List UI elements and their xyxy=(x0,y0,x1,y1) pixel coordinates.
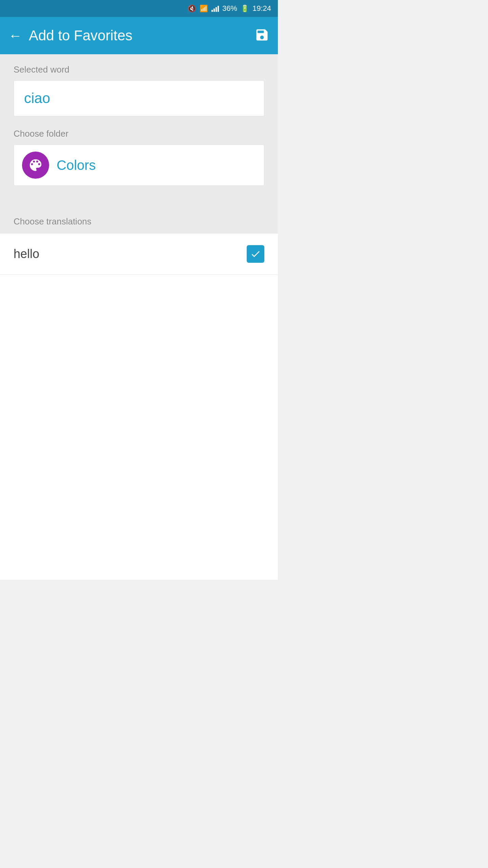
choose-translations-label: Choose translations xyxy=(14,216,92,226)
back-button[interactable]: ← xyxy=(8,29,22,42)
battery-level: 36% xyxy=(222,4,237,13)
wifi-icon: 📶 xyxy=(200,4,208,13)
empty-space xyxy=(0,275,278,580)
clock: 19:24 xyxy=(252,4,271,13)
status-bar: 🔇 📶 36% 🔋 19:24 xyxy=(0,0,278,17)
translations-header: Choose translations xyxy=(0,208,278,234)
page-title: Add to Favorites xyxy=(29,27,133,44)
app-bar: ← Add to Favorites xyxy=(0,17,278,54)
selected-word-value: ciao xyxy=(24,90,50,106)
translation-checkbox[interactable] xyxy=(247,245,264,263)
selected-word-field: ciao xyxy=(14,80,264,116)
choose-folder-label: Choose folder xyxy=(14,129,264,139)
save-icon xyxy=(255,27,269,42)
folder-selector[interactable]: Colors xyxy=(14,144,264,186)
translations-list: hello xyxy=(0,234,278,275)
battery-icon: 🔋 xyxy=(241,4,249,13)
mute-icon: 🔇 xyxy=(188,4,196,13)
form-content: Selected word ciao Choose folder Colors xyxy=(0,54,278,208)
translation-word: hello xyxy=(14,247,39,261)
folder-name: Colors xyxy=(57,158,96,173)
signal-icon xyxy=(211,5,219,12)
checkmark-icon xyxy=(250,249,261,259)
save-button[interactable] xyxy=(255,27,269,44)
translation-item[interactable]: hello xyxy=(0,234,278,275)
folder-icon-circle xyxy=(22,152,49,179)
app-bar-left: ← Add to Favorites xyxy=(8,27,133,44)
palette-icon xyxy=(28,157,43,173)
status-icons: 🔇 📶 36% 🔋 19:24 xyxy=(188,4,271,13)
selected-word-label: Selected word xyxy=(14,64,264,75)
